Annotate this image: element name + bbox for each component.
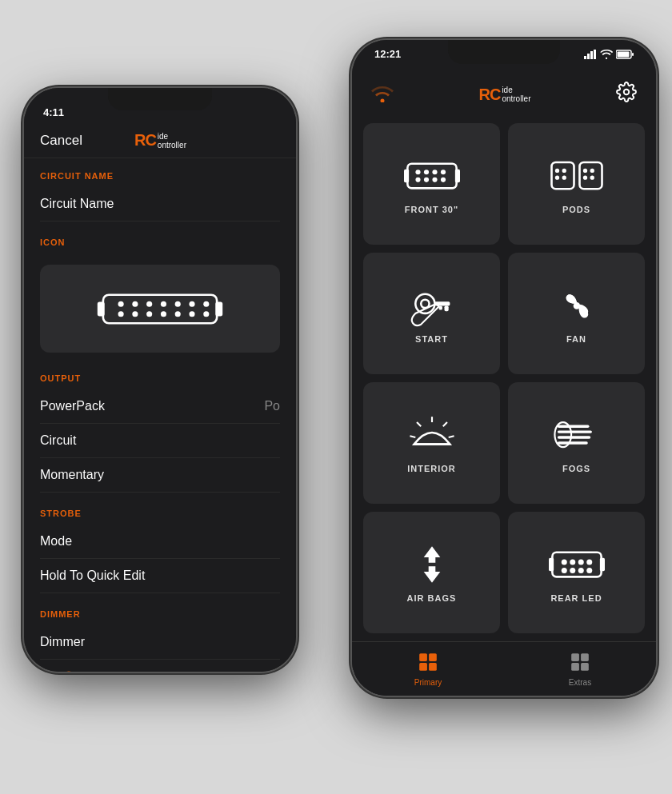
scene: 4:11 Cancel RC ideontroller CIRCUIT NAME (0, 0, 672, 794)
svg-rect-77 (419, 653, 427, 661)
grid-btn-front30[interactable]: FRONT 30" (363, 123, 500, 245)
svg-point-39 (562, 169, 566, 173)
phone-left: 4:11 Cancel RC ideontroller CIRCUIT NAME (24, 88, 296, 672)
svg-rect-27 (404, 170, 409, 183)
row-mode[interactable]: Mode (40, 525, 280, 559)
svg-rect-83 (571, 663, 579, 671)
svg-rect-28 (454, 170, 459, 183)
row-circuit-name[interactable]: Circuit Name (40, 187, 280, 221)
svg-point-47 (415, 294, 434, 313)
svg-line-58 (448, 436, 454, 437)
svg-point-73 (561, 568, 566, 573)
rearled-icon (549, 542, 605, 587)
svg-marker-64 (423, 546, 440, 563)
svg-point-72 (586, 559, 592, 565)
start-icon (404, 283, 460, 328)
svg-rect-20 (594, 50, 596, 59)
tab-primary-label: Primary (414, 678, 442, 687)
logo-rc-text: RC (134, 131, 156, 150)
svg-point-74 (570, 568, 575, 573)
svg-rect-22 (618, 51, 630, 57)
logo-right: RC ideontroller (478, 86, 530, 104)
grid-btn-pods[interactable]: PODS (508, 123, 645, 245)
svg-point-38 (554, 169, 558, 173)
svg-point-25 (624, 90, 630, 95)
row-powerpack[interactable]: PowerPack Po (40, 389, 280, 424)
svg-rect-78 (429, 653, 437, 661)
svg-rect-1 (98, 301, 105, 316)
svg-point-69 (561, 559, 566, 565)
fogs-label: FOGS (562, 464, 590, 473)
icon-preview[interactable] (40, 265, 280, 353)
svg-marker-65 (423, 566, 440, 583)
tab-extras[interactable]: Extras (504, 652, 656, 687)
phone-right: 12:21 (352, 40, 656, 696)
svg-point-31 (432, 170, 437, 174)
svg-point-41 (562, 176, 566, 180)
settings-icon[interactable] (616, 82, 637, 107)
svg-point-75 (578, 568, 583, 573)
svg-rect-37 (551, 162, 574, 189)
row-hold-quick-edit[interactable]: Hold To Quick Edit (40, 559, 280, 593)
row-dimmer[interactable]: Dimmer (40, 625, 280, 660)
svg-point-29 (415, 170, 420, 174)
svg-point-35 (432, 178, 437, 182)
svg-rect-23 (632, 53, 634, 56)
svg-point-43 (582, 169, 586, 173)
grid-btn-start[interactable]: START (363, 253, 500, 374)
dimmer-slider[interactable] (40, 671, 280, 672)
svg-point-9 (203, 301, 209, 306)
section-label-dimmer: DIMMER (40, 609, 280, 619)
svg-point-8 (189, 301, 194, 306)
section-dimmer: DIMMER Dimmer (24, 596, 296, 663)
notch-right (448, 40, 560, 64)
svg-point-45 (582, 176, 586, 180)
interior-label: INTERIOR (407, 464, 456, 473)
row-circuit[interactable]: Circuit (40, 424, 280, 458)
grid-btn-interior[interactable]: INTERIOR (363, 382, 500, 504)
tab-extras-label: Extras (569, 678, 591, 687)
grid-btn-airbags[interactable]: AIR BAGS (363, 512, 500, 633)
tab-primary[interactable]: Primary (352, 652, 504, 687)
svg-point-15 (189, 311, 194, 317)
section-strobe: STROBE Mode Hold To Quick Edit (24, 496, 296, 596)
signal-icon (584, 50, 597, 59)
section-label-icon: ICON (40, 237, 280, 247)
screen-right: 12:21 (352, 40, 656, 696)
svg-point-11 (132, 311, 138, 317)
logo-subtitle: ideontroller (158, 132, 186, 150)
connection-icon[interactable] (371, 83, 394, 106)
svg-point-6 (161, 301, 166, 306)
cancel-button[interactable]: Cancel (40, 133, 82, 149)
pods-icon (549, 154, 605, 198)
svg-rect-66 (552, 553, 601, 577)
content-left: Cancel RC ideontroller CIRCUIT NAME Circ… (24, 123, 296, 672)
svg-point-13 (161, 311, 166, 317)
front30-label: FRONT 30" (405, 205, 458, 214)
svg-point-71 (578, 559, 583, 565)
svg-rect-0 (103, 294, 217, 323)
screen-left: 4:11 Cancel RC ideontroller CIRCUIT NAME (24, 88, 296, 672)
grid-btn-fan[interactable]: FAN (508, 253, 645, 374)
status-icons-right (584, 50, 634, 59)
grid-btn-fogs[interactable]: FOGS (508, 382, 645, 504)
svg-point-10 (118, 311, 124, 317)
grid-btn-rearled[interactable]: REAR LED (508, 512, 645, 633)
svg-point-24 (381, 98, 385, 102)
tab-primary-icon (418, 652, 438, 676)
rearled-label: REAR LED (550, 593, 602, 603)
front30-icon (404, 154, 460, 198)
svg-point-33 (415, 178, 420, 182)
svg-rect-18 (587, 54, 590, 59)
svg-point-5 (146, 301, 152, 306)
led-bar-icon (96, 283, 224, 335)
svg-rect-79 (419, 663, 427, 671)
airbags-label: AIR BAGS (407, 593, 457, 603)
time-left: 4:11 (43, 106, 64, 118)
svg-point-34 (423, 178, 428, 182)
svg-point-46 (590, 176, 594, 180)
battery-icon (616, 50, 634, 59)
svg-rect-84 (581, 663, 589, 671)
logo-left: RC ideontroller (134, 131, 186, 150)
row-momentary[interactable]: Momentary (40, 458, 280, 493)
